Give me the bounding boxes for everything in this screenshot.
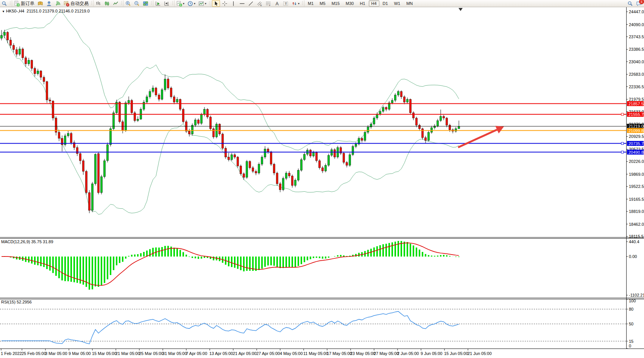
svg-text:20735.7: 20735.7 — [628, 141, 644, 146]
chevron-down-icon[interactable]: ▼ — [2, 10, 5, 13]
pane-separator[interactable] — [0, 238, 644, 239]
templates-button[interactable]: ▾ — [197, 0, 207, 7]
svg-text:21555.7: 21555.7 — [628, 112, 644, 117]
price-label-21555.7: 21555.7 — [627, 112, 644, 117]
tile-windows-icon — [143, 1, 148, 6]
vertical-line-button[interactable] — [229, 0, 237, 7]
svg-text:23386.5: 23386.5 — [629, 47, 644, 52]
svg-text:19165.5: 19165.5 — [629, 197, 644, 202]
market-watch-button[interactable] — [36, 0, 44, 7]
svg-text:80: 80 — [629, 307, 633, 311]
periods-icon — [187, 1, 193, 6]
zoom-in-button[interactable] — [124, 0, 132, 7]
hline-handle[interactable] — [621, 151, 624, 153]
timeframe-m1-button[interactable]: M1 — [305, 0, 316, 6]
trendline-icon — [248, 1, 254, 6]
arrows-button[interactable]: ▾ — [290, 0, 301, 7]
macd-pane[interactable] — [2, 241, 459, 290]
chart-candles-icon — [104, 1, 110, 6]
notifications-button[interactable]: 1 — [636, 1, 642, 6]
timeframe-h1-button[interactable]: H1 — [357, 0, 368, 6]
tile-windows-button[interactable] — [142, 0, 150, 7]
chart-line-button[interactable] — [112, 0, 120, 7]
timeframe-mn-button[interactable]: MN — [404, 0, 415, 6]
timeframe-h4-button[interactable]: H4 — [369, 0, 379, 6]
auto-scroll-button[interactable] — [154, 0, 162, 7]
chart-line-icon — [113, 1, 119, 6]
pane-separator[interactable] — [0, 299, 644, 299]
arrows-icon — [292, 1, 297, 6]
indicators-button[interactable]: ▾ — [175, 0, 186, 7]
toolbar-separator — [172, 0, 175, 6]
svg-text:31 Mar 05:00: 31 Mar 05:00 — [162, 351, 187, 356]
fibonacci-button[interactable] — [264, 0, 272, 7]
trendline-button[interactable] — [247, 0, 255, 7]
text-button[interactable] — [273, 0, 281, 7]
svg-text:19522.5: 19522.5 — [629, 184, 644, 189]
cursor-button[interactable] — [212, 0, 220, 7]
timeframe-w1-button[interactable]: W1 — [391, 0, 403, 6]
timeframe-m5-button[interactable]: M5 — [317, 0, 328, 6]
svg-text:-1102.21: -1102.21 — [629, 293, 644, 297]
notification-badge: 1 — [639, 0, 644, 4]
svg-text:15: 15 — [629, 339, 633, 344]
new-order-button[interactable]: 新订单 — [13, 0, 36, 7]
hline-handle[interactable] — [621, 113, 624, 116]
quick-search-button[interactable] — [0, 0, 8, 7]
chart-shift-marker[interactable] — [458, 8, 463, 11]
market-watch-icon — [37, 1, 43, 6]
autotrading-button[interactable]: 自动交易 — [62, 0, 90, 7]
periods-button[interactable]: ▾ — [186, 0, 196, 7]
toolbar-separator — [9, 0, 12, 6]
chart-bars-button[interactable] — [94, 0, 102, 7]
equidistant-channel-button[interactable] — [256, 0, 264, 7]
svg-text:0.00: 0.00 — [629, 254, 637, 259]
horizontal-line-button[interactable] — [238, 0, 246, 7]
svg-text:15 Jun 05:00: 15 Jun 05:00 — [444, 351, 468, 356]
pane-separator[interactable] — [0, 298, 644, 298]
svg-text:23743.5: 23743.5 — [629, 34, 644, 39]
svg-text:22336.5: 22336.5 — [629, 84, 644, 89]
svg-text:21857.5: 21857.5 — [628, 102, 644, 106]
zoom-out-icon — [134, 1, 140, 6]
zoom-out-button[interactable] — [133, 0, 141, 7]
main-price-pane[interactable] — [1, 12, 460, 215]
time-axis: 1 Feb 202225 Feb 05:003 Mar 05:009 Mar 0… — [1, 349, 492, 356]
timeframe-d1-button[interactable]: D1 — [380, 0, 391, 6]
price-label-20735.7: 20735.7 — [627, 141, 644, 146]
vertical-line-icon — [231, 1, 236, 6]
auto-scroll-icon — [155, 1, 161, 6]
chart-shift-button[interactable] — [163, 0, 171, 7]
chart-candles-button[interactable] — [103, 0, 111, 7]
toolbar-separator — [120, 0, 123, 6]
timeframe-m30-button[interactable]: M30 — [343, 0, 356, 6]
chart-canvas[interactable]: 24447.024090.023743.523386.523040.022683… — [0, 0, 644, 358]
terminal-button[interactable] — [45, 0, 53, 7]
hline-handle[interactable] — [621, 142, 624, 145]
templates-icon — [198, 1, 204, 6]
svg-text:23040.0: 23040.0 — [629, 59, 644, 64]
svg-text:1 Feb 2022: 1 Feb 2022 — [1, 351, 22, 356]
indicators-icon — [176, 1, 182, 6]
zoom-in-icon — [125, 1, 131, 6]
svg-text:27 Apr 05:00: 27 Apr 05:00 — [256, 351, 280, 356]
pane-separator[interactable] — [0, 349, 644, 349]
timeframe-m15-button[interactable]: M15 — [329, 0, 342, 6]
svg-text:4 May 05:00: 4 May 05:00 — [280, 351, 303, 356]
new-order-icon — [14, 1, 20, 6]
rsi-indicator-label: RSI(15) 52.2956 — [1, 300, 32, 304]
crosshair-button[interactable] — [221, 0, 229, 7]
toolbar-separator — [90, 0, 94, 6]
trend-arrow[interactable] — [458, 130, 497, 147]
text-label-button[interactable] — [282, 0, 290, 7]
search-button[interactable] — [627, 1, 633, 6]
toolbar-separator — [150, 0, 153, 6]
svg-text:7 Apr 05:00: 7 Apr 05:00 — [186, 351, 207, 356]
svg-text:21 Apr 05:00: 21 Apr 05:00 — [233, 351, 256, 356]
pane-separator[interactable] — [0, 237, 644, 238]
terminal-icon — [46, 1, 52, 6]
signals-button[interactable] — [54, 0, 62, 7]
svg-text:9 Jun 05:00: 9 Jun 05:00 — [421, 351, 443, 356]
chart-shift-icon — [164, 1, 170, 6]
svg-text:21219.0: 21219.0 — [628, 124, 644, 128]
